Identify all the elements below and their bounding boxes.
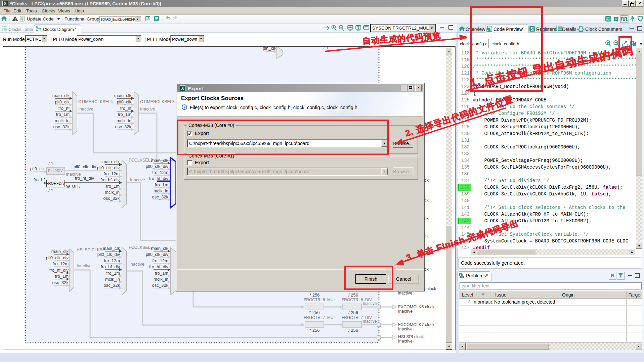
svg-text:pll0_clk: pll0_clk <box>30 166 45 171</box>
svg-text:FRGCTRL7_MUL: FRGCTRL7_MUL <box>304 315 336 320</box>
svg-text:Inactive: Inactive <box>77 263 92 268</box>
svg-text:fro_hf_div: fro_hf_div <box>75 176 94 181</box>
svg-text:osc_32k: osc_32k <box>104 283 120 288</box>
svg-text:pll0_clk_div: pll0_clk_div <box>97 252 120 257</box>
svg-text:fro_1m: fro_1m <box>155 182 168 187</box>
svg-text:FXCOMCLK6 clock: FXCOMCLK6 clock <box>398 305 435 309</box>
svg-text:fro_hf_div: fro_hf_div <box>101 264 120 269</box>
svg-text:osc_32k: osc_32k <box>53 124 70 129</box>
svg-text:Inactive: Inactive <box>398 339 413 344</box>
svg-text:Inactive: Inactive <box>140 106 155 111</box>
svg-text:/ 256: / 256 <box>348 292 358 298</box>
svg-text:Inactive: Inactive <box>398 309 413 314</box>
svg-text:osc_32k: osc_32k <box>52 280 69 285</box>
svg-text:osc_32k: osc_32k <box>103 196 120 201</box>
svg-text:HSLSPI clock: HSLSPI clock <box>398 334 424 339</box>
svg-text:fro_hf: fro_hf <box>120 106 132 111</box>
svg-text:mclk_in: mclk_in <box>154 188 168 193</box>
svg-text:* 256: * 256 <box>309 328 319 333</box>
svg-text:* 256: * 256 <box>309 310 319 315</box>
svg-text:fro_1m: fro_1m <box>106 271 120 276</box>
svg-text:Inactive: Inactive <box>78 106 93 111</box>
svg-text:fro_hf: fro_hf <box>58 106 70 111</box>
svg-text:PLL0DIV: PLL0DIV <box>48 169 63 173</box>
svg-text:fro_12m: fro_12m <box>52 261 69 266</box>
svg-text:fro_hf_div: fro_hf_div <box>149 264 169 269</box>
svg-text:fro_1m: fro_1m <box>106 184 120 189</box>
svg-text:FCCLKSEL7: FCCLKSEL7 <box>129 245 153 250</box>
svg-text:/ 256: / 256 <box>348 328 358 333</box>
svg-text:main_clk: main_clk <box>151 158 169 163</box>
svg-text:pll0_clk_div: pll0_clk_div <box>146 252 169 257</box>
svg-text:Inactive: Inactive <box>130 177 145 182</box>
svg-text:fro_hf_div: fro_hf_div <box>149 176 169 181</box>
svg-text:mclk_in: mclk_in <box>105 277 120 282</box>
svg-text:FXCOMCLK7 clock: FXCOMCLK7 clock <box>398 322 435 327</box>
svg-text:CTIMERCLKSEL4: CTIMERCLKSEL4 <box>78 99 113 104</box>
svg-text:fro_12m: fro_12m <box>152 258 168 263</box>
svg-text:0101: 0101 <box>606 19 611 22</box>
svg-text:/ 1: / 1 <box>48 161 53 166</box>
svg-text:mclk_in: mclk_in <box>154 277 168 282</box>
svg-text:mclk_in: mclk_in <box>55 118 70 123</box>
svg-text:FRGCTRL6_MUL: FRGCTRL6_MUL <box>304 298 336 302</box>
svg-text:osc_32k: osc_32k <box>115 124 132 129</box>
svg-text:* 256: * 256 <box>309 292 319 298</box>
svg-text:fro_1m: fro_1m <box>55 274 69 279</box>
svg-text:96 MHz: 96 MHz <box>66 184 81 189</box>
svg-text:fro_1m: fro_1m <box>56 112 70 117</box>
svg-text:CTIMERCLKSEL3: CTIMERCLKSEL3 <box>140 99 175 104</box>
svg-text:fro_hf_div: fro_hf_div <box>49 268 69 273</box>
svg-text:FCCLKSEL3: FCCLKSEL3 <box>129 158 153 163</box>
svg-text:fro_12m: fro_12m <box>152 170 168 175</box>
svg-text:osc_32k: osc_32k <box>152 283 169 288</box>
svg-text:pll0_clk: pll0_clk <box>117 99 132 104</box>
svg-text:main_clk: main_clk <box>114 93 132 98</box>
svg-text:main_clk: main_clk <box>52 93 70 98</box>
svg-text:main_clk: main_clk <box>51 249 69 254</box>
svg-text:Inactive: Inactive <box>398 291 412 296</box>
svg-text:/ 1: / 1 <box>48 188 53 193</box>
svg-text:osc_32k: osc_32k <box>152 194 169 199</box>
svg-text:Inactive: Inactive <box>363 319 377 324</box>
svg-text:pll0_clk_div: pll0_clk_div <box>97 165 120 170</box>
svg-text:pll0_clk_div: pll0_clk_div <box>46 255 69 260</box>
svg-text:main_clk: main_clk <box>103 246 120 251</box>
svg-text:fro_1m: fro_1m <box>155 271 168 276</box>
svg-text:pll0_clk_div: pll0_clk_div <box>74 164 96 169</box>
svg-text:mclk_in: mclk_in <box>117 118 131 123</box>
svg-text:mclk_in: mclk_in <box>105 190 120 195</box>
svg-text:pll0_clk: pll0_clk <box>55 99 70 104</box>
svg-text:fro_12m: fro_12m <box>104 258 120 263</box>
svg-text:fro_1m: fro_1m <box>118 112 131 117</box>
svg-text:fro_hf_div: fro_hf_div <box>100 177 120 182</box>
svg-text:main_clk: main_clk <box>151 246 169 251</box>
svg-text:main_clk: main_clk <box>102 159 120 164</box>
svg-text:/ 1: / 1 <box>324 47 328 50</box>
svg-text:fro_hf: fro_hf <box>34 177 45 182</box>
svg-text:fro_12m: fro_12m <box>103 171 120 176</box>
svg-text:FROHFDIV: FROHFDIV <box>46 181 65 185</box>
svg-text:Inactive: Inactive <box>398 327 413 331</box>
svg-text:Inactive: Inactive <box>363 301 377 306</box>
svg-text:Inactive: Inactive <box>129 262 144 267</box>
svg-text:pll0_clk_div: pll0_clk_div <box>146 164 169 169</box>
svg-text:/ 256: / 256 <box>348 310 358 315</box>
